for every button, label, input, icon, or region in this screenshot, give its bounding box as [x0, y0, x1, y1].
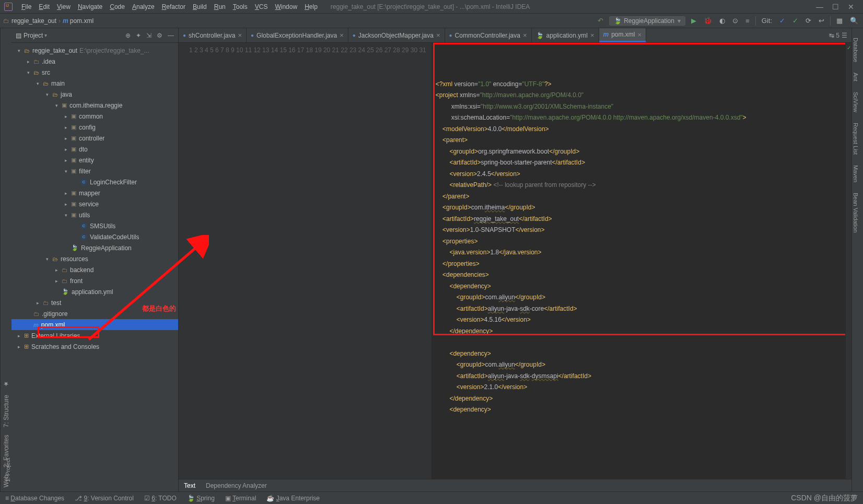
crumb-file[interactable]: pom.xml — [70, 17, 94, 25]
crumb-project[interactable]: reggie_take_out — [11, 17, 56, 25]
close-icon[interactable]: × — [238, 31, 242, 39]
tree-item[interactable]: ▾🗁src — [11, 67, 178, 78]
tree-item[interactable]: ▾🗁resources — [11, 253, 178, 264]
editor-tab[interactable]: 🍃application.yml× — [532, 28, 599, 42]
run-config-select[interactable]: 🍃 ReggieApplication ▾ — [609, 16, 685, 26]
tree-item[interactable]: ▸⊞Scratches and Consoles — [11, 341, 178, 352]
stop-button[interactable]: ■ — [744, 17, 751, 25]
debug-button[interactable]: 🐞 — [702, 17, 714, 25]
project-tree[interactable]: 都是白色的 ▾🗁reggie_take_outE:\project\reggie… — [11, 43, 178, 491]
close-icon[interactable]: × — [340, 31, 344, 39]
gear-icon[interactable]: ⚙ — [157, 32, 162, 39]
menu-vcs[interactable]: VCS — [251, 3, 272, 10]
minimize-button[interactable]: — — [812, 3, 827, 11]
editor-tab[interactable]: mpom.xml× — [599, 28, 647, 42]
structure-button[interactable]: ▦ — [835, 17, 844, 25]
maximize-button[interactable]: ☐ — [827, 3, 843, 11]
locate-button[interactable]: ⊕ — [125, 32, 131, 39]
tree-item[interactable]: ▾▣filter — [11, 166, 178, 177]
menu-build[interactable]: Build — [189, 3, 211, 10]
hide-button[interactable]: — — [168, 32, 174, 39]
status-item[interactable]: 🍃 Spring — [187, 495, 215, 502]
menu-tools[interactable]: Tools — [229, 3, 251, 10]
close-icon[interactable]: × — [590, 31, 594, 39]
right-tool-tab[interactable]: Bean Validation — [851, 187, 860, 238]
menu-refactor[interactable]: Refactor — [158, 3, 189, 10]
menu-file[interactable]: File — [18, 3, 35, 10]
editor[interactable]: 1 2 3 4 5 6 7 8 9 10 11 12 13 14 15 16 1… — [179, 43, 852, 479]
code-area[interactable]: <?xml version="1.0" encoding="UTF-8"?><p… — [431, 43, 845, 479]
tree-item[interactable]: CSMSUtils — [11, 220, 178, 231]
breadcrumb[interactable]: 🗀 reggie_take_out › m pom.xml — [3, 17, 94, 25]
vcs-revert-button[interactable]: ↩ — [817, 17, 826, 25]
right-tool-tab[interactable]: Request List — [851, 118, 860, 160]
right-tool-tab[interactable]: Maven — [851, 160, 860, 187]
close-button[interactable]: ✕ — [843, 3, 859, 11]
tree-item[interactable]: ▾🗁reggie_take_outE:\project\reggie_take_… — [11, 45, 178, 56]
collapse-button[interactable]: ⇲ — [146, 32, 151, 39]
tree-item[interactable]: ▸▣service — [11, 198, 178, 209]
right-tool-tab[interactable]: Ant — [851, 67, 860, 87]
menu-edit[interactable]: Edit — [35, 3, 53, 10]
close-icon[interactable]: × — [436, 31, 440, 39]
profile-button[interactable]: ⊙ — [731, 17, 740, 25]
expand-all-button[interactable]: ✦ — [136, 32, 141, 39]
menu-window[interactable]: Window — [271, 3, 301, 10]
tree-item[interactable]: mpom.xml — [11, 319, 178, 330]
tree-item[interactable]: ▸⊞External Libraries — [11, 330, 178, 341]
tree-item[interactable]: 🍃application.yml — [11, 286, 178, 297]
status-item[interactable]: ≡ Database Changes — [5, 495, 64, 502]
chevron-down-icon[interactable]: ▾ — [44, 32, 47, 38]
tree-item[interactable]: ▸🗀front — [11, 275, 178, 286]
menu-navigate[interactable]: Navigate — [74, 3, 106, 10]
list-icon[interactable]: ☰ — [842, 32, 847, 39]
editor-tab[interactable]: ●shController.java× — [179, 28, 247, 42]
editor-tab[interactable]: ●CommonController.java× — [445, 28, 532, 42]
menu-code[interactable]: Code — [106, 3, 129, 10]
menu-run[interactable]: Run — [211, 3, 229, 10]
tree-item[interactable]: ▸▣dto — [11, 144, 178, 155]
structure-tool-tab[interactable]: 7: Structure — [2, 395, 10, 427]
tree-item[interactable]: ▸▣mapper — [11, 187, 178, 198]
sub-tab[interactable]: Dependency Analyzer — [206, 482, 267, 489]
tree-item[interactable]: 🍃ReggieApplication — [11, 242, 178, 253]
tree-item[interactable]: CValidateCodeUtils — [11, 231, 178, 242]
error-stripe[interactable]: ✓ — [845, 43, 852, 479]
status-item[interactable]: ⎇ 9: Version Control — [75, 495, 134, 502]
tree-item[interactable]: ▸▣config — [11, 122, 178, 133]
run-button[interactable]: ▶ — [690, 17, 698, 25]
tree-item[interactable]: ▾▣com.itheima.reggie — [11, 100, 178, 111]
menu-help[interactable]: Help — [301, 3, 321, 10]
vcs-history-button[interactable]: ⟳ — [804, 17, 813, 25]
status-item[interactable]: ▣ Terminal — [225, 495, 256, 502]
back-button[interactable]: ↶ — [596, 17, 605, 25]
tree-item[interactable]: ▾🗁main — [11, 78, 178, 89]
search-everywhere-button[interactable]: 🔍 — [848, 17, 860, 25]
close-icon[interactable]: × — [638, 31, 642, 39]
tree-item[interactable]: ▾▣utils — [11, 209, 178, 220]
tree-item[interactable]: ▸🗀backend — [11, 264, 178, 275]
web-tool-tab[interactable]: Web — [2, 475, 10, 487]
tree-item[interactable]: ▸🗀.idea — [11, 56, 178, 67]
tree-item[interactable]: ▾🗁java — [11, 89, 178, 100]
sub-tab[interactable]: Text — [184, 482, 195, 489]
status-item[interactable]: ☑ 6: TODO — [144, 495, 177, 502]
tree-item[interactable]: CLoginCheckFilter — [11, 177, 178, 187]
tree-item[interactable]: ▸▣entity — [11, 155, 178, 166]
close-icon[interactable]: × — [523, 31, 527, 39]
menu-analyze[interactable]: Analyze — [129, 3, 158, 10]
right-tool-tab[interactable]: Database — [851, 32, 860, 67]
status-item[interactable]: ☕ Java Enterprise — [266, 495, 320, 502]
tree-item[interactable]: ▸▣controller — [11, 133, 178, 144]
star-icon[interactable]: ★ — [2, 380, 10, 388]
menu-view[interactable]: View — [53, 3, 74, 10]
tabs-overflow[interactable]: ↹ 5☰ — [825, 28, 852, 42]
right-tool-tab[interactable]: SciView — [851, 87, 860, 118]
coverage-button[interactable]: ◐ — [718, 17, 727, 25]
vcs-update-button[interactable]: ✓ — [778, 17, 787, 25]
vcs-commit-button[interactable]: ✓ — [791, 17, 800, 25]
favorites-tool-tab[interactable]: 2: Favorites — [2, 435, 10, 467]
editor-tab[interactable]: ●GlobalExceptionHandler.java× — [247, 28, 348, 42]
editor-tab[interactable]: ●JacksonObjectMapper.java× — [348, 28, 445, 42]
tree-item[interactable]: ▸▣common — [11, 111, 178, 122]
